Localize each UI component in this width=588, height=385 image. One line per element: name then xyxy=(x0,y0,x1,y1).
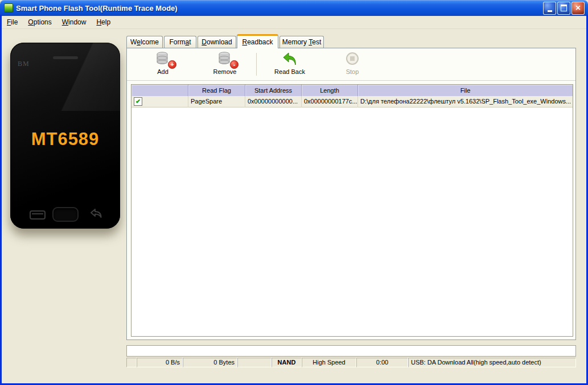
status-connection: USB: DA Download All(high speed,auto det… xyxy=(408,358,576,367)
remove-minus-badge: - xyxy=(230,60,239,69)
add-button[interactable]: + Add xyxy=(139,51,187,75)
status-bytes: 0 Bytes xyxy=(183,358,237,367)
maximize-button[interactable] xyxy=(557,2,570,15)
row-checkbox[interactable]: ✔ xyxy=(134,97,142,106)
status-flash-type: NAND xyxy=(272,358,302,367)
row-checkbox-cell: ✔ xyxy=(131,96,188,107)
tab-format[interactable]: Format xyxy=(164,36,196,48)
stop-icon xyxy=(328,51,376,68)
phone-menu-key-icon xyxy=(30,210,46,220)
add-database-icon: + xyxy=(139,51,187,68)
status-spacer xyxy=(237,358,272,367)
readback-toolbar: + Add - Remove xyxy=(127,48,575,81)
maximize-icon xyxy=(561,5,567,11)
status-blank xyxy=(126,358,137,367)
read-back-button[interactable]: Read Back xyxy=(266,51,314,75)
tab-welcome[interactable]: Welcome xyxy=(126,36,163,48)
header-start-address[interactable]: Start Address xyxy=(245,85,302,96)
table-header-row: Read Flag Start Address Length File xyxy=(131,85,573,96)
stop-label: Stop xyxy=(328,68,376,75)
table-row[interactable]: ✔ PageSpare 0x00000000000... 0x000000001… xyxy=(131,96,573,107)
menu-bar: File Options Window Help xyxy=(2,16,586,29)
chipset-label: MT6589 xyxy=(10,129,120,150)
minimize-icon xyxy=(548,10,552,12)
tab-memory-test[interactable]: Memory Test xyxy=(279,36,324,48)
phone-keys xyxy=(10,207,120,222)
header-file[interactable]: File xyxy=(358,85,573,96)
phone-speaker xyxy=(53,56,78,59)
row-length: 0x00000000177c... xyxy=(302,96,358,107)
tab-readback[interactable]: Readback xyxy=(237,34,278,48)
phone-brand-label: BM xyxy=(18,60,30,68)
status-elapsed-time: 0:00 xyxy=(356,358,408,367)
close-button[interactable]: ✕ xyxy=(571,2,585,15)
menu-file[interactable]: File xyxy=(2,17,23,27)
header-checkbox[interactable] xyxy=(131,85,188,96)
toolbar-separator xyxy=(256,53,257,76)
remove-database-icon: - xyxy=(201,51,249,68)
title-bar[interactable]: Smart Phone Flash Tool(Runtime Trace Mod… xyxy=(0,0,588,16)
header-read-flag[interactable]: Read Flag xyxy=(188,85,245,96)
stop-button: Stop xyxy=(328,51,376,75)
close-icon: ✕ xyxy=(575,4,581,12)
check-icon: ✔ xyxy=(135,98,141,105)
window-controls: ✕ xyxy=(543,2,585,15)
row-file-path[interactable]: D:\для телефона22222\флештул v5.1632\SP_… xyxy=(358,96,573,107)
status-speed: 0 B/s xyxy=(137,358,183,367)
phone-gloss xyxy=(10,43,120,111)
status-usb-speed: High Speed xyxy=(302,358,356,367)
add-label: Add xyxy=(139,68,187,75)
tab-download[interactable]: Download xyxy=(198,36,236,48)
menu-window[interactable]: Window xyxy=(57,17,92,27)
app-icon xyxy=(4,3,13,13)
menu-help[interactable]: Help xyxy=(91,17,116,27)
progress-bar xyxy=(126,345,576,357)
status-bar: 0 B/s 0 Bytes NAND High Speed 0:00 USB: … xyxy=(126,358,576,367)
phone-back-key-icon xyxy=(89,208,103,218)
readback-table: Read Flag Start Address Length File ✔ Pa… xyxy=(131,84,573,337)
header-length[interactable]: Length xyxy=(302,85,358,96)
phone-home-key-icon xyxy=(52,207,79,222)
row-start-address: 0x00000000000... xyxy=(245,96,302,107)
row-read-flag[interactable]: PageSpare xyxy=(188,96,245,107)
app-window: Smart Phone Flash Tool(Runtime Trace Mod… xyxy=(0,0,588,385)
add-plus-badge: + xyxy=(168,60,176,69)
read-back-arrow-icon xyxy=(266,51,314,68)
window-title: Smart Phone Flash Tool(Runtime Trace Mod… xyxy=(16,4,543,13)
phone-image: BM MT6589 xyxy=(10,43,120,229)
read-back-label: Read Back xyxy=(266,68,314,75)
minimize-button[interactable] xyxy=(543,2,556,15)
remove-button[interactable]: - Remove xyxy=(201,51,249,75)
window-border-left xyxy=(0,15,2,385)
remove-label: Remove xyxy=(201,68,249,75)
menu-options[interactable]: Options xyxy=(23,17,56,27)
